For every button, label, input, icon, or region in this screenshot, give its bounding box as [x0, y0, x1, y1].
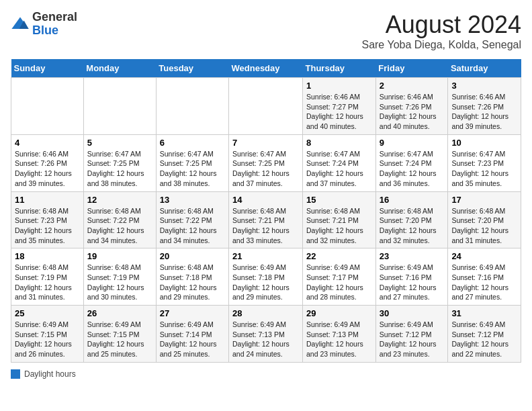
col-header-friday: Friday — [375, 59, 448, 78]
day-number: 20 — [160, 251, 225, 261]
day-cell: 18Sunrise: 6:48 AM Sunset: 7:19 PM Dayli… — [11, 248, 84, 306]
day-info: Sunrise: 6:49 AM Sunset: 7:18 PM Dayligh… — [232, 263, 299, 302]
day-info: Sunrise: 6:47 AM Sunset: 7:23 PM Dayligh… — [451, 149, 517, 189]
day-number: 15 — [306, 195, 372, 205]
day-number: 17 — [451, 195, 517, 205]
day-info: Sunrise: 6:48 AM Sunset: 7:19 PM Dayligh… — [15, 263, 80, 302]
day-number: 24 — [451, 251, 517, 261]
legend: Daylight hours — [11, 369, 521, 379]
day-cell: 29Sunrise: 6:49 AM Sunset: 7:13 PM Dayli… — [303, 306, 376, 363]
day-cell: 31Sunrise: 6:49 AM Sunset: 7:12 PM Dayli… — [448, 306, 521, 363]
col-header-saturday: Saturday — [448, 59, 521, 78]
day-info: Sunrise: 6:49 AM Sunset: 7:13 PM Dayligh… — [232, 320, 299, 359]
col-header-tuesday: Tuesday — [156, 59, 228, 78]
day-info: Sunrise: 6:48 AM Sunset: 7:19 PM Dayligh… — [87, 263, 152, 302]
day-cell: 26Sunrise: 6:49 AM Sunset: 7:15 PM Dayli… — [83, 306, 156, 363]
day-cell: 5Sunrise: 6:47 AM Sunset: 7:25 PM Daylig… — [83, 134, 156, 191]
day-number: 23 — [380, 251, 445, 261]
day-info: Sunrise: 6:49 AM Sunset: 7:12 PM Dayligh… — [451, 320, 517, 359]
day-info: Sunrise: 6:48 AM Sunset: 7:20 PM Dayligh… — [451, 206, 517, 246]
day-cell: 7Sunrise: 6:47 AM Sunset: 7:25 PM Daylig… — [229, 134, 303, 191]
day-cell: 15Sunrise: 6:48 AM Sunset: 7:21 PM Dayli… — [303, 191, 376, 248]
main-title: August 2024 — [361, 11, 521, 39]
day-number: 14 — [232, 195, 299, 205]
day-number: 26 — [87, 308, 152, 318]
day-cell: 23Sunrise: 6:49 AM Sunset: 7:16 PM Dayli… — [375, 248, 448, 306]
week-row-4: 18Sunrise: 6:48 AM Sunset: 7:19 PM Dayli… — [11, 248, 521, 306]
day-number: 4 — [15, 138, 80, 148]
day-info: Sunrise: 6:48 AM Sunset: 7:22 PM Dayligh… — [87, 206, 152, 246]
logo: General Blue — [11, 11, 77, 38]
day-info: Sunrise: 6:48 AM Sunset: 7:21 PM Dayligh… — [232, 206, 299, 246]
day-number: 11 — [15, 195, 80, 205]
title-block: August 2024 Sare Yoba Diega, Kolda, Sene… — [361, 11, 521, 51]
day-info: Sunrise: 6:46 AM Sunset: 7:27 PM Dayligh… — [306, 92, 372, 132]
day-info: Sunrise: 6:48 AM Sunset: 7:20 PM Dayligh… — [380, 206, 445, 246]
day-cell: 6Sunrise: 6:47 AM Sunset: 7:25 PM Daylig… — [156, 134, 228, 191]
day-number: 19 — [87, 251, 152, 261]
header-row: SundayMondayTuesdayWednesdayThursdayFrid… — [11, 59, 521, 78]
day-cell: 13Sunrise: 6:48 AM Sunset: 7:22 PM Dayli… — [156, 191, 228, 248]
day-info: Sunrise: 6:49 AM Sunset: 7:13 PM Dayligh… — [306, 320, 372, 359]
day-cell: 24Sunrise: 6:49 AM Sunset: 7:16 PM Dayli… — [448, 248, 521, 306]
day-info: Sunrise: 6:48 AM Sunset: 7:21 PM Dayligh… — [306, 206, 372, 246]
day-info: Sunrise: 6:49 AM Sunset: 7:15 PM Dayligh… — [15, 320, 80, 359]
day-number: 21 — [232, 251, 299, 261]
day-number: 27 — [160, 308, 225, 318]
day-cell: 30Sunrise: 6:49 AM Sunset: 7:12 PM Dayli… — [375, 306, 448, 363]
day-info: Sunrise: 6:48 AM Sunset: 7:23 PM Dayligh… — [15, 206, 80, 246]
day-number: 18 — [15, 251, 80, 261]
day-info: Sunrise: 6:48 AM Sunset: 7:18 PM Dayligh… — [160, 263, 225, 302]
day-number: 7 — [232, 138, 299, 148]
legend-box-icon — [11, 369, 20, 379]
day-info: Sunrise: 6:49 AM Sunset: 7:15 PM Dayligh… — [87, 320, 152, 359]
legend-label: Daylight hours — [24, 369, 76, 379]
day-cell: 11Sunrise: 6:48 AM Sunset: 7:23 PM Dayli… — [11, 191, 84, 248]
day-number: 22 — [306, 251, 372, 261]
col-header-thursday: Thursday — [303, 59, 376, 78]
day-number: 2 — [380, 81, 445, 91]
day-number: 31 — [451, 308, 517, 318]
day-info: Sunrise: 6:47 AM Sunset: 7:25 PM Dayligh… — [232, 149, 299, 189]
page-header: General Blue August 2024 Sare Yoba Diega… — [11, 11, 521, 51]
day-info: Sunrise: 6:47 AM Sunset: 7:25 PM Dayligh… — [87, 149, 152, 189]
day-number: 8 — [306, 138, 372, 148]
day-cell: 14Sunrise: 6:48 AM Sunset: 7:21 PM Dayli… — [229, 191, 303, 248]
day-cell: 25Sunrise: 6:49 AM Sunset: 7:15 PM Dayli… — [11, 306, 84, 363]
day-cell: 8Sunrise: 6:47 AM Sunset: 7:24 PM Daylig… — [303, 134, 376, 191]
day-cell — [156, 78, 228, 135]
day-cell: 20Sunrise: 6:48 AM Sunset: 7:18 PM Dayli… — [156, 248, 228, 306]
day-info: Sunrise: 6:49 AM Sunset: 7:16 PM Dayligh… — [380, 263, 445, 302]
day-number: 29 — [306, 308, 372, 318]
day-info: Sunrise: 6:49 AM Sunset: 7:16 PM Dayligh… — [451, 263, 517, 302]
day-number: 10 — [451, 138, 517, 148]
day-cell: 22Sunrise: 6:49 AM Sunset: 7:17 PM Dayli… — [303, 248, 376, 306]
day-cell: 19Sunrise: 6:48 AM Sunset: 7:19 PM Dayli… — [83, 248, 156, 306]
day-number: 28 — [232, 308, 299, 318]
day-number: 30 — [380, 308, 445, 318]
day-number: 16 — [380, 195, 445, 205]
subtitle: Sare Yoba Diega, Kolda, Senegal — [361, 39, 521, 51]
week-row-5: 25Sunrise: 6:49 AM Sunset: 7:15 PM Dayli… — [11, 306, 521, 363]
day-cell: 28Sunrise: 6:49 AM Sunset: 7:13 PM Dayli… — [229, 306, 303, 363]
day-info: Sunrise: 6:46 AM Sunset: 7:26 PM Dayligh… — [380, 92, 445, 132]
day-info: Sunrise: 6:46 AM Sunset: 7:26 PM Dayligh… — [451, 92, 517, 132]
day-number: 6 — [160, 138, 225, 148]
day-info: Sunrise: 6:49 AM Sunset: 7:17 PM Dayligh… — [306, 263, 372, 302]
day-cell: 4Sunrise: 6:46 AM Sunset: 7:26 PM Daylig… — [11, 134, 84, 191]
day-info: Sunrise: 6:47 AM Sunset: 7:24 PM Dayligh… — [306, 149, 372, 189]
day-info: Sunrise: 6:47 AM Sunset: 7:25 PM Dayligh… — [160, 149, 225, 189]
day-number: 3 — [451, 81, 517, 91]
day-info: Sunrise: 6:46 AM Sunset: 7:26 PM Dayligh… — [15, 149, 80, 189]
col-header-sunday: Sunday — [11, 59, 84, 78]
day-cell: 21Sunrise: 6:49 AM Sunset: 7:18 PM Dayli… — [229, 248, 303, 306]
day-cell: 2Sunrise: 6:46 AM Sunset: 7:26 PM Daylig… — [375, 78, 448, 135]
day-cell: 1Sunrise: 6:46 AM Sunset: 7:27 PM Daylig… — [303, 78, 376, 135]
col-header-monday: Monday — [83, 59, 156, 78]
calendar-table: SundayMondayTuesdayWednesdayThursdayFrid… — [11, 59, 521, 363]
logo-text: General Blue — [32, 11, 77, 38]
day-number: 1 — [306, 81, 372, 91]
day-cell: 3Sunrise: 6:46 AM Sunset: 7:26 PM Daylig… — [448, 78, 521, 135]
day-cell — [11, 78, 84, 135]
day-number: 9 — [380, 138, 445, 148]
